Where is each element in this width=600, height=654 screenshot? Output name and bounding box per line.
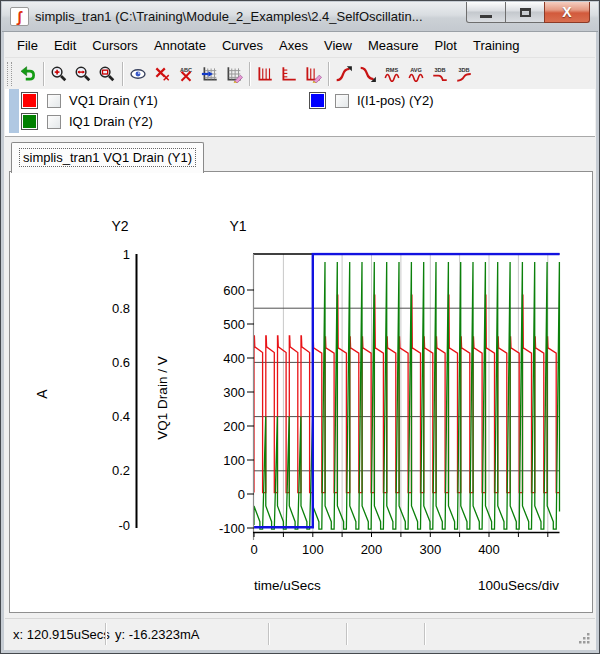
undo-button[interactable] — [16, 61, 40, 87]
tab-bar: simplis_tran1 VQ1 Drain (Y1) — [5, 137, 595, 171]
red-curve-up-arrow-icon — [335, 65, 353, 83]
curve-label: I(I1-pos) (Y2) — [357, 93, 434, 108]
grid-blue-arrow-icon — [201, 65, 219, 83]
eye-icon — [129, 65, 147, 83]
measure-rms-button[interactable]: RMS — [380, 61, 404, 87]
menu-curves[interactable]: Curves — [214, 35, 271, 56]
delete-curve-button[interactable] — [150, 61, 174, 87]
menu-view[interactable]: View — [316, 35, 360, 56]
curve-checkbox[interactable] — [335, 94, 349, 108]
window-title: simplis_tran1 (C:\Training\Module_2_Exam… — [35, 9, 423, 24]
toolbar-separator — [249, 62, 250, 86]
3db-falling-icon: 3DB — [431, 65, 449, 83]
curve-upper-button[interactable] — [332, 61, 356, 87]
show-curve-button[interactable] — [126, 61, 150, 87]
new-grid-button[interactable] — [253, 61, 277, 87]
rms-sine-icon: RMS — [383, 65, 401, 83]
menu-measure[interactable]: Measure — [360, 35, 427, 56]
y1-axis-label: VQ1 Drain / V — [155, 356, 170, 439]
grid-pencil-icon — [225, 65, 243, 83]
curve-i1-pos — [254, 254, 560, 527]
magnifier-plus-icon — [50, 65, 68, 83]
plot-panel: 10.80.60.40.2-06005004003002001000-10001… — [9, 171, 593, 613]
waveform-plot-canvas[interactable]: 10.80.60.40.2-06005004003002001000-10001… — [10, 172, 592, 612]
maximize-button[interactable] — [505, 2, 545, 23]
menu-file[interactable]: File — [9, 35, 46, 56]
measure-3db-low-button[interactable]: 3DB — [428, 61, 452, 87]
y1-tick-label: 400 — [223, 351, 245, 366]
statusbar-separator — [346, 623, 347, 645]
svg-text:3DB: 3DB — [458, 66, 469, 72]
svg-text:3DB: 3DB — [434, 66, 445, 72]
tab-simplis-tran1[interactable]: simplis_tran1 VQ1 Drain (Y1) — [11, 142, 204, 173]
curve-color-swatch-green[interactable] — [21, 113, 38, 130]
red-grid-icon — [256, 65, 274, 83]
svg-text:RMS: RMS — [386, 66, 399, 72]
menu-training[interactable]: Training — [465, 35, 527, 56]
menu-axes[interactable]: Axes — [271, 35, 316, 56]
curve-label: VQ1 Drain (Y1) — [69, 93, 158, 108]
y1-tick-label: -100 — [219, 521, 245, 536]
legend-entry: VQ1 Drain (Y1) — [21, 92, 158, 109]
y1-tick-label: 300 — [223, 385, 245, 400]
y2-tick-label: 0.2 — [112, 463, 130, 478]
statusbar-separator — [424, 623, 425, 645]
new-axis-button[interactable] — [277, 61, 301, 87]
y1-tick-label: 600 — [223, 283, 245, 298]
y2-tick-label: 1 — [123, 247, 130, 262]
menu-bar: File Edit Cursors Annotate Curves Axes V… — [5, 33, 595, 57]
legend-entry: I(I1-pos) (Y2) — [309, 92, 434, 109]
cursor-y-readout: y: -16.2323mA — [115, 627, 200, 642]
curve-checkbox[interactable] — [47, 115, 61, 129]
close-button[interactable]: X — [544, 2, 590, 23]
curve-label: IQ1 Drain (Y2) — [69, 114, 153, 129]
menu-plot[interactable]: Plot — [427, 35, 465, 56]
y2-tick-label: -0 — [118, 518, 130, 533]
y2-tick-label: 0.4 — [112, 409, 130, 424]
red-curve-down-arrow-icon — [359, 65, 377, 83]
x-tick-label: 200 — [361, 542, 383, 557]
measure-avg-button[interactable]: AVG — [404, 61, 428, 87]
curve-lower-button[interactable] — [356, 61, 380, 87]
curve-legend: VQ1 Drain (Y1) IQ1 Drain (Y2) I(I1-pos) … — [5, 89, 595, 137]
toolbar-separator — [43, 62, 44, 86]
resize-grip[interactable] — [577, 631, 591, 645]
menu-annotate[interactable]: Annotate — [146, 35, 214, 56]
legend-entry: IQ1 Drain (Y2) — [21, 113, 153, 130]
statusbar-separator — [268, 623, 269, 645]
zoom-in-button[interactable] — [47, 61, 71, 87]
y1-tick-label: 500 — [223, 317, 245, 332]
zoom-rect-button[interactable] — [95, 61, 119, 87]
statusbar-separator — [105, 623, 106, 645]
minimize-icon — [480, 15, 492, 18]
tab-label: simplis_tran1 VQ1 Drain (Y1) — [19, 148, 196, 167]
edit-axis-button[interactable] — [301, 61, 325, 87]
edit-graph-button[interactable] — [222, 61, 246, 87]
y1-axis-title: Y1 — [229, 218, 246, 234]
delete-annotation-button[interactable]: ABC — [174, 61, 198, 87]
avg-sine-icon: AVG — [407, 65, 425, 83]
x-tick-label: 0 — [250, 542, 257, 557]
minimize-button[interactable] — [466, 2, 506, 23]
toolbar: ABCRMSAVG3DB3DB — [5, 57, 595, 89]
title-bar[interactable]: ∫ simplis_tran1 (C:\Training\Module_2_Ex… — [2, 2, 598, 32]
status-bar: x: 120.915uSecs y: -16.2323mA — [5, 618, 595, 649]
y2-axis-title: Y2 — [111, 218, 128, 234]
measure-3db-high-button[interactable]: 3DB — [452, 61, 476, 87]
red-grid-pencil-icon — [304, 65, 322, 83]
menu-edit[interactable]: Edit — [46, 35, 84, 56]
y2-tick-label: 0.6 — [112, 355, 130, 370]
magnifier-rect-icon — [98, 65, 116, 83]
curve-color-swatch-red[interactable] — [21, 92, 38, 109]
menu-cursors[interactable]: Cursors — [84, 35, 146, 56]
move-curve-button[interactable] — [198, 61, 222, 87]
zoom-x-button[interactable] — [71, 61, 95, 87]
maximize-icon — [520, 8, 531, 17]
red-x-icon — [153, 65, 171, 83]
x-tick-label: 400 — [478, 542, 500, 557]
curve-checkbox[interactable] — [47, 94, 61, 108]
toolbar-grip[interactable] — [7, 62, 12, 86]
curve-color-swatch-blue[interactable] — [309, 92, 326, 109]
svg-text:AVG: AVG — [410, 66, 422, 72]
y1-tick-label: 0 — [238, 487, 245, 502]
